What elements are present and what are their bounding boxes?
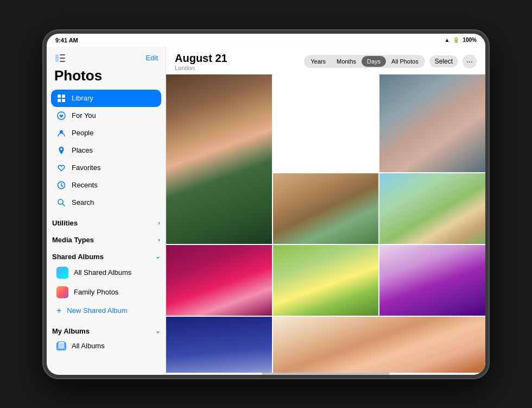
photo-cell-purple-girl[interactable] (379, 245, 485, 316)
ipad-device: 9:41 AM ▲ 🔋 100% (43, 30, 489, 378)
svg-rect-3 (60, 61, 65, 62)
view-days-btn[interactable]: Days (362, 56, 386, 67)
photo-cell-mother-child[interactable] (273, 317, 485, 373)
shared-albums-chevron: ⌄ (155, 253, 160, 260)
sidebar-item-all-shared[interactable]: All Shared Albums (51, 263, 161, 283)
sidebar-header: Edit (47, 47, 166, 66)
photo-cell-row3-center[interactable] (273, 245, 379, 316)
utilities-label: Utilities (52, 219, 78, 227)
my-albums-chevron: ⌄ (155, 328, 160, 335)
sidebar-item-search[interactable]: Search (51, 194, 161, 211)
scroll-indicator (166, 373, 485, 375)
view-months-btn[interactable]: Months (331, 56, 362, 67)
all-shared-label: All Shared Albums (74, 268, 131, 277)
my-albums-label: My Albums (52, 327, 90, 335)
status-right: ▲ 🔋 100% (445, 37, 477, 43)
for-you-icon (56, 111, 66, 121)
utilities-chevron: › (158, 219, 160, 226)
view-all-photos-btn[interactable]: All Photos (386, 56, 424, 67)
sidebar-title: Photos (47, 66, 166, 90)
wifi-icon: ▲ (445, 37, 450, 43)
sidebar-item-library[interactable]: Library (51, 90, 161, 107)
search-label: Search (72, 198, 94, 206)
media-types-group-header[interactable]: Media Types › (47, 229, 166, 246)
svg-rect-1 (60, 54, 65, 55)
sidebar-item-family-photos[interactable]: Family Photos (51, 283, 161, 302)
date-subtitle: London (175, 65, 227, 71)
view-years-btn[interactable]: Years (305, 56, 331, 67)
status-time: 9:41 AM (55, 37, 78, 43)
main-header: August 21 London Years Months Days All P… (166, 47, 485, 74)
more-button[interactable]: ··· (463, 54, 477, 68)
my-albums-section: All Albums (47, 337, 166, 355)
svg-rect-5 (62, 95, 65, 98)
view-controls: Years Months Days All Photos Select ··· (304, 54, 477, 68)
people-label: People (72, 129, 93, 137)
plus-icon: + (56, 306, 61, 316)
date-info: August 21 London (175, 52, 227, 71)
search-icon (56, 198, 66, 208)
shared-albums-label: Shared Albums (52, 253, 104, 261)
library-label: Library (72, 94, 93, 102)
ipad-screen: 9:41 AM ▲ 🔋 100% (47, 34, 485, 375)
media-types-chevron: › (158, 236, 160, 243)
places-icon (56, 146, 66, 155)
sidebar-item-people[interactable]: People (51, 124, 161, 142)
people-icon (56, 128, 66, 138)
svg-rect-2 (60, 58, 65, 59)
for-you-label: For You (72, 111, 96, 120)
date-title: August 21 (175, 52, 227, 65)
svg-rect-6 (58, 99, 61, 102)
recents-label: Recents (72, 181, 98, 189)
recents-icon (56, 180, 66, 190)
photo-cell-bottom-left[interactable] (166, 317, 272, 373)
sidebar-item-all-albums[interactable]: All Albums (51, 337, 161, 355)
sidebar-item-recents[interactable]: Recents (51, 177, 161, 194)
new-shared-label: New Shared Album (67, 306, 127, 315)
scroll-thumb (262, 373, 389, 375)
sidebar-nav-section: Library For You (47, 90, 166, 211)
sidebar-item-new-shared-album[interactable]: + New Shared Album (51, 302, 161, 319)
main-content: August 21 London Years Months Days All P… (166, 47, 485, 375)
family-photos-label: Family Photos (74, 288, 118, 296)
photo-cell-row3-left[interactable] (166, 245, 272, 316)
all-albums-icon (56, 341, 66, 351)
svg-rect-7 (62, 99, 65, 102)
media-types-label: Media Types (52, 236, 94, 244)
favorites-icon (56, 163, 66, 173)
sidebar-toggle-icon[interactable] (54, 52, 66, 64)
svg-rect-15 (59, 343, 64, 348)
library-icon (56, 93, 66, 103)
utilities-group-header[interactable]: Utilities › (47, 212, 166, 229)
photo-cell-main[interactable] (166, 74, 272, 244)
sidebar: Edit Photos (47, 47, 166, 375)
photo-cell-top-right[interactable] (379, 74, 485, 172)
edit-button[interactable]: Edit (146, 54, 158, 62)
all-shared-thumbnail (56, 267, 68, 279)
select-button[interactable]: Select (429, 55, 458, 67)
photo-cell-two-girls[interactable] (273, 173, 379, 244)
svg-rect-4 (58, 95, 61, 98)
svg-point-10 (60, 148, 62, 150)
photo-grid (166, 74, 485, 373)
family-photos-thumbnail (56, 286, 68, 298)
sidebar-item-favorites[interactable]: Favorites (51, 159, 161, 177)
shared-albums-group-header[interactable]: Shared Albums ⌄ (47, 246, 166, 263)
status-bar: 9:41 AM ▲ 🔋 100% (47, 34, 485, 47)
view-segmented-control: Years Months Days All Photos (304, 55, 425, 68)
shared-albums-section: All Shared Albums Family Photos + New Sh… (47, 263, 166, 319)
sidebar-item-for-you[interactable]: For You (51, 107, 161, 124)
places-label: Places (72, 146, 93, 154)
photo-cell-girl-field[interactable] (379, 173, 485, 244)
favorites-label: Favorites (72, 164, 100, 172)
sidebar-item-places[interactable]: Places (51, 142, 161, 159)
svg-rect-0 (55, 54, 59, 62)
battery-percent: 100% (463, 37, 477, 43)
all-albums-label: All Albums (72, 342, 105, 350)
app-container: Edit Photos (47, 47, 485, 375)
my-albums-group-header[interactable]: My Albums ⌄ (47, 321, 166, 337)
battery-icon: 🔋 (453, 37, 459, 43)
